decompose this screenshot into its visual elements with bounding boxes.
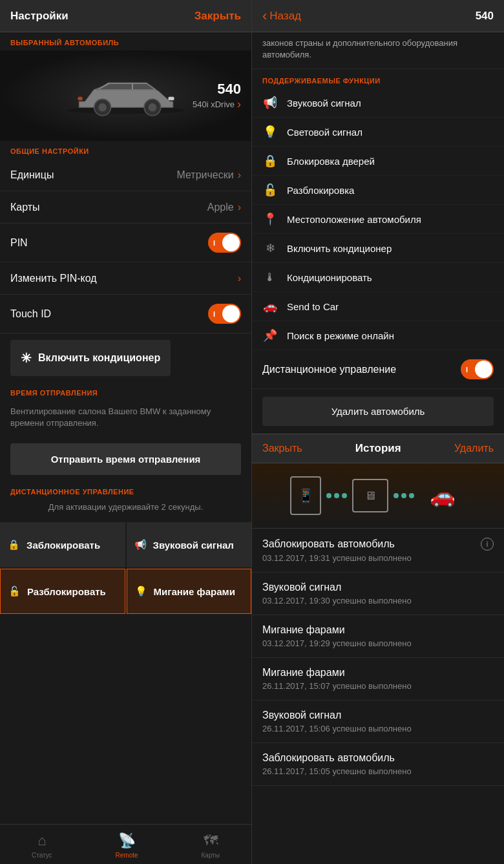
horn-label: Звуковой сигнал bbox=[153, 540, 234, 551]
feature-unlock-label: Разблокировка bbox=[287, 185, 354, 196]
pin-toggle[interactable]: I bbox=[208, 233, 241, 253]
feature-horn-label: Звуковой сигнал bbox=[287, 98, 361, 109]
remote-section-label: ДИСТАНЦИОННОЕ УПРАВЛЕНИЕ bbox=[0, 481, 251, 500]
send-time-button[interactable]: Отправить время отправления bbox=[10, 443, 241, 475]
history-item-title-4: Звуковой сигнал bbox=[262, 710, 494, 721]
dot-4 bbox=[394, 493, 399, 498]
nav-status[interactable]: ⌂ Статус bbox=[19, 830, 65, 861]
history-item-title-2: Мигание фарами bbox=[262, 624, 494, 636]
history-delete-button[interactable]: Удалить bbox=[454, 443, 494, 454]
touch-id-toggle[interactable]: I bbox=[208, 304, 241, 324]
unlock-icon: 🔓 bbox=[8, 585, 21, 597]
history-item-2: Мигание фарами 03.12.2017, 19:29 успешно… bbox=[252, 615, 504, 658]
units-item[interactable]: Единицы Метрически › bbox=[0, 159, 251, 191]
flash-label: Мигание фарами bbox=[154, 586, 235, 597]
feature-search-label: Поиск в режиме онлайн bbox=[287, 330, 394, 341]
info-icon-0[interactable]: i bbox=[481, 538, 494, 551]
toggle-knob bbox=[222, 234, 240, 251]
back-button[interactable]: Назад bbox=[262, 9, 301, 23]
history-item-title-1: Звуковой сигнал bbox=[262, 582, 494, 593]
units-value: Метрически › bbox=[176, 169, 241, 181]
close-button[interactable]: Закрыть bbox=[194, 10, 241, 23]
dot-2 bbox=[334, 493, 339, 498]
ac-feature-icon: ❄ bbox=[262, 240, 278, 256]
right-description: законов страны и дополнительного оборудо… bbox=[252, 32, 504, 69]
feature-ac: ❄ Включить кондиционер bbox=[252, 234, 504, 263]
history-close-button[interactable]: Закрыть bbox=[262, 443, 302, 454]
toggle-i-icon: I bbox=[213, 239, 215, 247]
svg-point-4 bbox=[148, 103, 156, 112]
climate-feature-icon: 🌡 bbox=[262, 269, 278, 285]
maps-item[interactable]: Карты Apple › bbox=[0, 191, 251, 224]
history-item-date-5: 26.11.2017, 15:05 успешно выполнено bbox=[262, 766, 494, 776]
snowflake-icon: ✳ bbox=[21, 350, 32, 366]
car-chevron-icon: › bbox=[237, 98, 241, 111]
unlock-button[interactable]: 🔓 Разблокировать bbox=[0, 569, 125, 614]
history-item-5: Заблокировать автомобиль 26.11.2017, 15:… bbox=[252, 743, 504, 786]
server-icon: 🖥 bbox=[352, 479, 388, 512]
nav-remote[interactable]: 📡 Remote bbox=[103, 830, 151, 861]
remote-desc: Для активации удерживайте 2 секунды. bbox=[0, 500, 251, 517]
history-item-4: Звуковой сигнал 26.11.2017, 15:06 успешн… bbox=[252, 701, 504, 743]
history-item-date-1: 03.12.2017, 19:30 успешно выполнено bbox=[262, 596, 494, 606]
feature-search: 📌 Поиск в режиме онлайн bbox=[252, 321, 504, 350]
dot-1 bbox=[326, 493, 331, 498]
car-svg-icon bbox=[61, 70, 191, 121]
history-item-date-2: 03.12.2017, 19:29 успешно выполнено bbox=[262, 638, 494, 648]
car-model: 540 bbox=[193, 81, 241, 98]
lock-feature-icon: 🔒 bbox=[262, 153, 278, 169]
pin-item: PIN I bbox=[0, 224, 251, 262]
maps-icon: 🗺 bbox=[204, 832, 218, 849]
nav-remote-label: Remote bbox=[116, 852, 138, 859]
maps-value: Apple › bbox=[207, 202, 241, 213]
remote-control-toggle[interactable]: I bbox=[461, 359, 494, 379]
location-feature-icon: 📍 bbox=[262, 211, 278, 227]
feature-sendtocar: 🚗 Send to Car bbox=[252, 292, 504, 321]
flash-button[interactable]: 💡 Мигание фарами bbox=[127, 569, 252, 614]
departure-section-label: ВРЕМЯ ОТПРАВЛЕНИЯ bbox=[0, 383, 251, 401]
pin-label: PIN bbox=[10, 237, 28, 249]
bottom-nav: ⌂ Статус 📡 Remote 🗺 Карты bbox=[0, 824, 251, 864]
feature-lock-label: Блокировка дверей bbox=[287, 156, 375, 167]
svg-rect-6 bbox=[78, 97, 82, 100]
unlock-feature-icon: 🔓 bbox=[262, 182, 278, 198]
right-header: Назад 540 bbox=[252, 0, 504, 32]
ac-button-label: Включить кондиционер bbox=[38, 352, 160, 364]
right-content: законов страны и дополнительного оборудо… bbox=[252, 32, 504, 864]
horn-button[interactable]: 📢 Звуковой сигнал bbox=[127, 522, 252, 567]
dots-left bbox=[326, 493, 347, 498]
feature-climate-label: Кондиционировать bbox=[287, 272, 372, 283]
lock-button[interactable]: 🔒 Заблокировать bbox=[0, 522, 125, 567]
flash-icon: 💡 bbox=[135, 585, 147, 597]
horn-feature-icon: 📢 bbox=[262, 95, 278, 111]
history-item-date-4: 26.11.2017, 15:06 успешно выполнено bbox=[262, 724, 494, 733]
remote-icon: 📡 bbox=[118, 832, 136, 849]
delete-car-button[interactable]: Удалить автомобиль bbox=[262, 397, 494, 426]
car-info[interactable]: 540 540i xDrive › bbox=[193, 81, 241, 111]
history-header: Закрыть История Удалить bbox=[252, 434, 504, 463]
lock-icon: 🔒 bbox=[8, 539, 20, 551]
history-item-0: Заблокировать автомобиль i 03.12.2017, 1… bbox=[252, 529, 504, 573]
left-scroll-area: ВЫБРАННЫЙ АВТОМОБИЛЬ bbox=[0, 32, 251, 824]
car-section[interactable]: 540 540i xDrive › bbox=[0, 50, 251, 141]
ac-button[interactable]: ✳ Включить кондиционер bbox=[10, 340, 171, 376]
remote-control-label: Дистанционное управление bbox=[262, 364, 396, 375]
maps-chevron-icon: › bbox=[238, 202, 241, 213]
supported-label: ПОДДЕРЖИВАЕМЫЕ ФУНКЦИИ bbox=[252, 69, 504, 89]
history-item-title-3: Мигание фарами bbox=[262, 667, 494, 679]
left-panel: Настройки Закрыть ВЫБРАННЫЙ АВТОМОБИЛЬ bbox=[0, 0, 252, 864]
remote-toggle-i-icon: I bbox=[466, 366, 468, 374]
feature-lock: 🔒 Блокировка дверей bbox=[252, 147, 504, 176]
feature-light: 💡 Световой сигнал bbox=[252, 118, 504, 147]
right-header-number: 540 bbox=[476, 10, 494, 23]
svg-point-0 bbox=[67, 107, 185, 114]
touch-id-label: Touch ID bbox=[10, 308, 51, 320]
nav-maps[interactable]: 🗺 Карты bbox=[189, 830, 233, 861]
feature-location-label: Местоположение автомобиля bbox=[287, 214, 421, 225]
nav-status-label: Статус bbox=[32, 852, 52, 859]
unlock-label: Разблокировать bbox=[27, 586, 106, 597]
history-item-title-5: Заблокировать автомобиль bbox=[262, 752, 494, 764]
change-pin-item[interactable]: Изменить PIN-код › bbox=[0, 262, 251, 295]
feature-unlock: 🔓 Разблокировка bbox=[252, 176, 504, 205]
car-variant: 540i xDrive bbox=[193, 100, 235, 109]
